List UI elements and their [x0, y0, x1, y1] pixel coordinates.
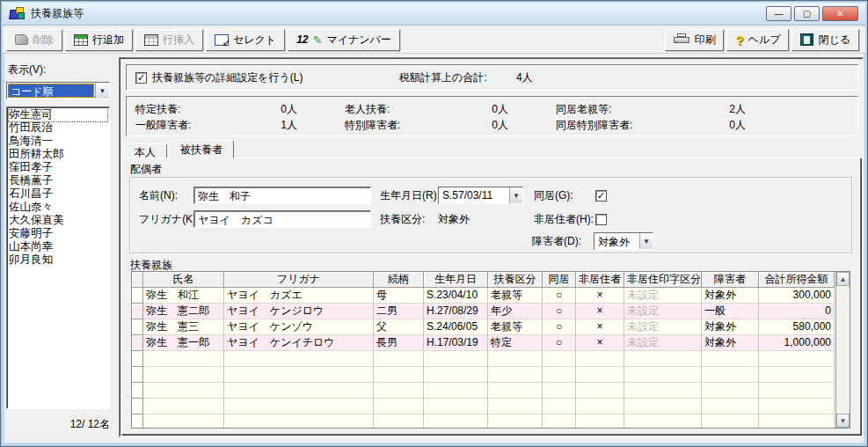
cell-birth[interactable]: [424, 383, 488, 399]
employee-list-item[interactable]: 山本尚幸: [9, 240, 107, 253]
cell-relation[interactable]: [374, 351, 424, 367]
cell-kana[interactable]: ヤヨイ カズエ: [224, 288, 374, 304]
cell-kana[interactable]: [224, 414, 374, 428]
cell-living[interactable]: ○: [543, 335, 576, 351]
cell-print-class[interactable]: [624, 383, 702, 399]
cell-relation[interactable]: 二男: [374, 304, 424, 319]
cell-living[interactable]: [543, 383, 576, 399]
employee-list-item[interactable]: 卯月良知: [9, 253, 107, 267]
spouse-kana-input[interactable]: ヤヨイ カズコ: [193, 210, 371, 228]
cell-birth[interactable]: H.27/08/29: [424, 304, 488, 319]
cell-kana[interactable]: [224, 367, 374, 383]
cell-print-class[interactable]: 未設定: [624, 319, 702, 335]
cell-kana[interactable]: [224, 399, 374, 414]
cell-disability[interactable]: [702, 414, 759, 428]
cell-living[interactable]: [543, 367, 576, 383]
spouse-name-input[interactable]: 弥生 和子: [193, 187, 371, 204]
table-vertical-scrollbar[interactable]: ▲ ▼: [835, 272, 850, 428]
cell-income[interactable]: [759, 367, 835, 383]
cell-category[interactable]: [488, 367, 543, 383]
cell-category[interactable]: 老親等: [488, 319, 543, 335]
cell-category[interactable]: [488, 399, 543, 414]
table-row[interactable]: 弥生 憲三 ヤヨイ ケンゾウ 父 S.24/06/05 老親等 ○ × 未設定 …: [132, 319, 835, 335]
cell-kana[interactable]: [224, 383, 374, 399]
print-button[interactable]: 印刷: [665, 29, 724, 51]
employee-listbox[interactable]: 弥生憲司 竹田辰治 鳥海清一 田所耕太郎 窪田孝子 長橋薫子 石川昌子 佐山奈々…: [6, 106, 110, 409]
employee-list-item[interactable]: 弥生憲司: [9, 108, 107, 121]
row-selector[interactable]: [132, 351, 143, 367]
cell-income[interactable]: 0: [759, 304, 835, 319]
cell-name[interactable]: 弥生 憲三: [143, 319, 224, 335]
employee-list-item[interactable]: 田所耕太郎: [9, 148, 107, 161]
cell-income[interactable]: 580,000: [759, 319, 835, 335]
minimize-button[interactable]: —: [766, 6, 791, 21]
combo-arrow-icon[interactable]: ▼: [95, 83, 109, 99]
cell-disability[interactable]: 一般: [702, 304, 759, 319]
close-button[interactable]: 閉じる: [791, 29, 859, 51]
delete-button[interactable]: 削除: [6, 29, 62, 51]
employee-list-item[interactable]: 石川昌子: [9, 187, 107, 201]
cell-birth[interactable]: [424, 399, 488, 414]
cell-birth[interactable]: [424, 351, 488, 367]
employee-list-item[interactable]: 竹田辰治: [9, 121, 107, 135]
cell-category[interactable]: [488, 414, 543, 428]
employee-list-item[interactable]: 安藤明子: [9, 227, 107, 240]
cell-print-class[interactable]: 未設定: [624, 304, 702, 319]
tab-dependents[interactable]: 被扶養者: [169, 140, 234, 158]
scroll-up-icon[interactable]: ▲: [836, 272, 850, 286]
cell-relation[interactable]: [374, 399, 424, 414]
cell-nonresident[interactable]: [576, 351, 624, 367]
employee-list-item[interactable]: 長橋薫子: [9, 174, 107, 187]
cell-category[interactable]: 老親等: [488, 288, 543, 304]
cell-disability[interactable]: 対象外: [702, 319, 759, 335]
cell-income[interactable]: 300,000: [759, 288, 835, 304]
cell-relation[interactable]: [374, 383, 424, 399]
cell-name[interactable]: [143, 414, 224, 428]
table-empty-row[interactable]: [132, 414, 835, 428]
cell-nonresident[interactable]: [576, 383, 624, 399]
cell-nonresident[interactable]: ×: [576, 335, 624, 351]
cell-relation[interactable]: [374, 414, 424, 428]
cell-name[interactable]: 弥生 憲二郎: [143, 304, 224, 319]
row-selector[interactable]: [132, 335, 143, 351]
cell-print-class[interactable]: [624, 399, 702, 414]
close-window-button[interactable]: ✕: [822, 6, 858, 21]
cell-name[interactable]: [143, 367, 224, 383]
cell-disability[interactable]: [702, 383, 759, 399]
table-empty-row[interactable]: [132, 399, 835, 414]
insert-row-button[interactable]: 行挿入: [135, 29, 203, 51]
help-button[interactable]: ? ヘルプ: [726, 29, 789, 51]
cell-relation[interactable]: 父: [374, 319, 424, 335]
cell-name[interactable]: [143, 351, 224, 367]
spouse-nonresident-checkbox[interactable]: [595, 214, 607, 225]
cell-disability[interactable]: [702, 399, 759, 414]
add-row-button[interactable]: 行追加: [65, 29, 133, 51]
spouse-birth-combobox[interactable]: S.57/03/11 ▼: [438, 187, 523, 204]
cell-living[interactable]: [543, 399, 576, 414]
row-selector[interactable]: [132, 383, 143, 399]
cell-living[interactable]: [543, 414, 576, 428]
cell-disability[interactable]: [702, 351, 759, 367]
row-selector[interactable]: [132, 399, 143, 414]
cell-nonresident[interactable]: ×: [576, 304, 624, 319]
cell-print-class[interactable]: [624, 351, 702, 367]
cell-relation[interactable]: [374, 367, 424, 383]
cell-nonresident[interactable]: ×: [576, 288, 624, 304]
cell-print-class[interactable]: 未設定: [624, 288, 702, 304]
employee-list-item[interactable]: 窪田孝子: [9, 161, 107, 174]
scroll-down-icon[interactable]: ▼: [836, 414, 850, 428]
sort-order-combobox[interactable]: コード順 ▼: [6, 82, 110, 99]
employee-list-item[interactable]: 大久保直美: [9, 214, 107, 227]
table-row[interactable]: 弥生 和江 ヤヨイ カズエ 母 S.23/04/10 老親等 ○ × 未設定 対…: [132, 288, 835, 304]
cell-kana[interactable]: ヤヨイ ケンゾウ: [224, 319, 374, 335]
cell-print-class[interactable]: 未設定: [624, 335, 702, 351]
combo-arrow-icon[interactable]: ▼: [509, 187, 522, 203]
cell-name[interactable]: 弥生 和江: [143, 288, 224, 304]
cell-name[interactable]: 弥生 憲一郎: [143, 335, 224, 351]
cell-nonresident[interactable]: [576, 367, 624, 383]
row-selector[interactable]: [132, 288, 143, 304]
cell-category[interactable]: 特定: [488, 335, 543, 351]
table-empty-row[interactable]: [132, 383, 835, 399]
cell-print-class[interactable]: [624, 414, 702, 428]
cell-income[interactable]: [759, 351, 835, 367]
